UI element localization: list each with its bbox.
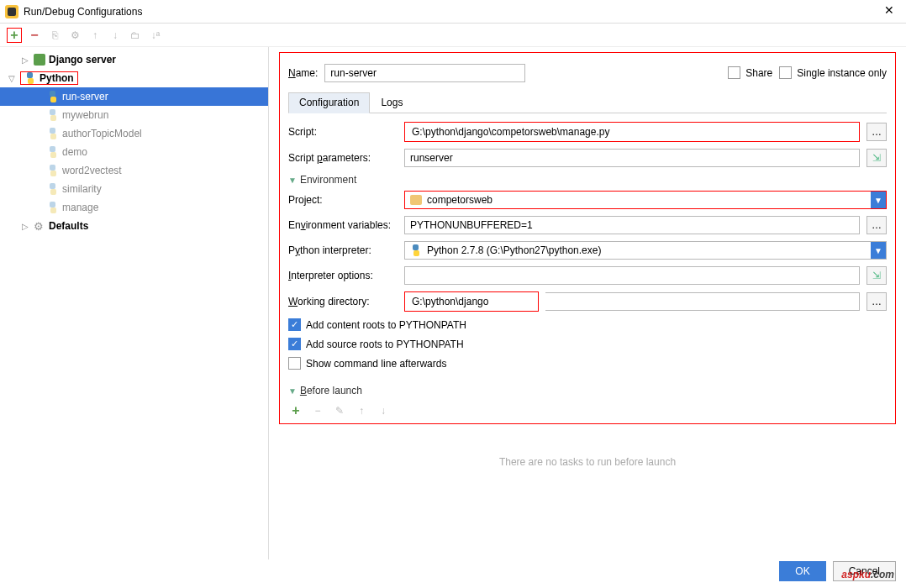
tree-label: Django server [49, 54, 116, 66]
down-icon[interactable]: ↓ [108, 28, 123, 43]
folder-icon [410, 195, 422, 205]
single-instance-checkbox[interactable]: Single instance only [779, 66, 887, 79]
collapse-icon: ▼ [288, 176, 297, 185]
add-content-roots-checkbox[interactable]: ✓Add content roots to PYTHONPATH [288, 318, 887, 331]
interp-options-input[interactable] [404, 266, 860, 285]
tree-run-server[interactable]: run-server [0, 87, 268, 106]
add-source-roots-checkbox[interactable]: ✓Add source roots to PYTHONPATH [288, 338, 887, 350]
tree-defaults[interactable]: ▷ ⚙ Defaults [0, 217, 268, 235]
ok-button[interactable]: OK [779, 561, 825, 581]
before-launch-section[interactable]: ▼ Before launch [288, 385, 887, 396]
footer: OK Cancel [779, 561, 896, 581]
window-title: Run/Debug Configurations [24, 6, 877, 18]
name-label: NName:ame: [288, 67, 318, 79]
name-input[interactable] [324, 64, 525, 82]
script-params-label: Script parameters: [288, 152, 398, 164]
script-label: Script: [288, 126, 398, 138]
content: ▷ Django server ▽ Python run-server mywe… [0, 47, 906, 559]
titlebar: Run/Debug Configurations ✕ [0, 0, 906, 24]
tree-similarity[interactable]: similarity [0, 180, 268, 198]
tree-authortopicmodel[interactable]: authorTopicModel [0, 124, 268, 143]
interp-options-label: Interpreter options: [288, 270, 398, 281]
add-icon[interactable]: + [7, 28, 22, 43]
expand-options-button[interactable]: ⇲ [866, 266, 887, 285]
tree-word2vectest[interactable]: word2vectest [0, 161, 268, 180]
toolbar: + − ⎘ ⚙ ↑ ↓ 🗀 ↓ª [0, 24, 906, 47]
script-input[interactable] [407, 123, 857, 141]
environment-section[interactable]: ▼ Environment [288, 174, 887, 186]
chevron-down-icon[interactable]: ▼ [871, 242, 886, 259]
tree-label: mywebrun [62, 109, 108, 121]
wd-input-rest[interactable] [545, 292, 860, 311]
tree-label: run-server [62, 91, 108, 102]
tree-label: demo [62, 146, 87, 158]
remove-task-icon[interactable]: − [310, 403, 325, 418]
edit-task-icon[interactable]: ✎ [332, 403, 347, 418]
tree-demo[interactable]: demo [0, 143, 268, 161]
python-icon [47, 202, 59, 213]
tab-configuration[interactable]: Configuration [288, 92, 370, 113]
tab-logs[interactable]: Logs [370, 92, 413, 113]
python-icon [47, 146, 59, 158]
tree-python[interactable]: ▽ Python [0, 69, 268, 87]
browse-wd-button[interactable]: … [866, 292, 887, 311]
down-task-icon[interactable]: ↓ [376, 403, 391, 418]
script-params-input[interactable] [404, 149, 860, 167]
settings-icon[interactable]: ⚙ [67, 28, 82, 43]
sort-icon[interactable]: ↓ª [148, 28, 163, 43]
project-combo[interactable]: competorsweb ▼ [404, 191, 887, 209]
interpreter-combo[interactable]: Python 2.7.8 (G:\Python27\python.exe) ▼ [404, 241, 887, 260]
python-icon [47, 183, 59, 195]
cancel-button[interactable]: Cancel [833, 561, 896, 581]
tree-django-server[interactable]: ▷ Django server [0, 50, 268, 69]
envvars-input[interactable] [404, 216, 860, 234]
gear-icon: ⚙ [34, 220, 45, 232]
remove-icon[interactable]: − [27, 28, 42, 43]
tree-label: word2vectest [62, 165, 122, 176]
add-task-icon[interactable]: + [288, 403, 303, 418]
sidebar: ▷ Django server ▽ Python run-server mywe… [0, 47, 269, 559]
expand-icon[interactable]: ▷ [20, 55, 30, 65]
show-cmd-checkbox[interactable]: Show command line afterwards [288, 357, 887, 370]
python-icon [410, 244, 422, 256]
up-task-icon[interactable]: ↑ [354, 403, 369, 418]
main-panel: NName:ame: Share Single instance only Co… [269, 47, 906, 559]
python-icon [24, 72, 36, 84]
python-icon [47, 165, 59, 176]
browse-envvars-button[interactable]: … [866, 216, 887, 234]
python-icon [47, 109, 59, 121]
django-icon [34, 54, 45, 66]
expand-params-button[interactable]: ⇲ [866, 149, 887, 167]
share-checkbox[interactable]: Share [728, 66, 772, 79]
wd-label: Working directory: [288, 296, 398, 307]
up-icon[interactable]: ↑ [87, 28, 103, 43]
tree-manage[interactable]: manage [0, 198, 268, 217]
copy-icon[interactable]: ⎘ [47, 28, 62, 43]
tabs: Configuration Logs [288, 92, 887, 113]
tree-label: authorTopicModel [62, 128, 142, 139]
no-tasks-message: There are no tasks to run before launch [279, 431, 896, 493]
tree-label: manage [62, 202, 98, 213]
wd-input[interactable] [407, 292, 536, 311]
before-launch-toolbar: + − ✎ ↑ ↓ [288, 402, 887, 420]
tree-label: Python [40, 72, 74, 84]
collapse-icon[interactable]: ▽ [7, 74, 17, 83]
close-icon[interactable]: ✕ [877, 3, 901, 20]
python-icon [47, 128, 59, 139]
chevron-down-icon[interactable]: ▼ [871, 192, 886, 208]
collapse-icon: ▼ [288, 386, 297, 396]
tree-mywebrun[interactable]: mywebrun [0, 106, 268, 124]
folder-icon[interactable]: 🗀 [128, 28, 143, 43]
python-icon [47, 91, 59, 102]
browse-script-button[interactable]: … [866, 123, 887, 141]
project-label: Project: [288, 194, 398, 206]
expand-icon[interactable]: ▷ [20, 222, 30, 231]
form-container: NName:ame: Share Single instance only Co… [279, 52, 896, 424]
tree-label: Defaults [49, 220, 88, 232]
interpreter-label: Python interpreter: [288, 244, 398, 256]
tree-label: similarity [62, 183, 102, 195]
envvars-label: Environment variables: [288, 219, 398, 231]
app-icon [5, 5, 18, 18]
